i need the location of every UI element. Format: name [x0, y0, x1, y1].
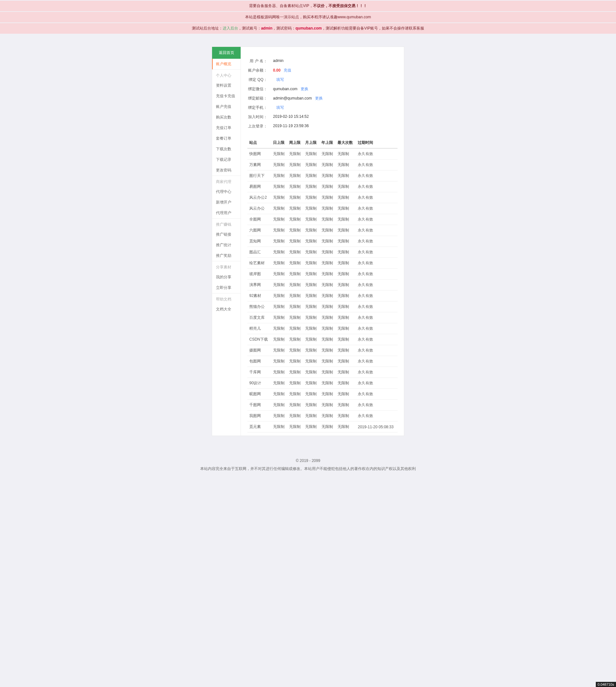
table-cell: 包图网 — [247, 356, 271, 367]
sidebar-item-overview[interactable]: 账户概览 — [212, 59, 241, 69]
table-row: 包图网无限制无限制无限制无限制无限制永久有效 — [247, 356, 397, 367]
table-cell: 无限制 — [303, 301, 319, 313]
table-row: 万素网无限制无限制无限制无限制无限制永久有效 — [247, 159, 397, 170]
table-cell: 无限制 — [287, 345, 303, 356]
table-cell: 无限制 — [271, 356, 287, 367]
table-cell: 无限制 — [336, 269, 356, 280]
sidebar-item[interactable]: 推广奖励 — [212, 251, 241, 261]
sidebar-item[interactable]: 代理中心 — [212, 187, 241, 197]
table-row: 千图网无限制无限制无限制无限制无限制永久有效 — [247, 400, 397, 411]
info-action-link[interactable]: 填写 — [276, 77, 284, 82]
table-row: 六图网无限制无限制无限制无限制无限制永久有效 — [247, 225, 397, 236]
info-label: 绑定微信： — [247, 86, 273, 92]
table-cell: 无限制 — [320, 280, 336, 291]
table-cell: 无限制 — [287, 280, 303, 291]
table-cell: 永久有效 — [356, 203, 397, 214]
table-cell: 无限制 — [287, 247, 303, 258]
sidebar-item[interactable]: 代理用户 — [212, 208, 241, 218]
table-cell: 无限制 — [287, 214, 303, 225]
enter-backend-link[interactable]: 进入后台 — [223, 26, 238, 30]
table-cell: 永久有效 — [356, 323, 397, 334]
table-cell: 无限制 — [320, 400, 336, 411]
alert-warning-2: 本站是模板源码网唯一演示站点，购买本程序请认准趣www.qumuban.com — [0, 12, 616, 22]
table-cell: 无限制 — [271, 203, 287, 214]
sidebar-item[interactable]: 套餐订单 — [212, 133, 241, 144]
sidebar-item[interactable]: 推广链接 — [212, 229, 241, 240]
table-cell: 无限制 — [303, 323, 319, 334]
table-cell: 无限制 — [287, 159, 303, 170]
table-cell: 无限制 — [271, 181, 287, 192]
table-cell: 无限制 — [336, 214, 356, 225]
table-cell: 永久有效 — [356, 258, 397, 269]
table-cell: 无限制 — [271, 422, 287, 432]
info-value: 填写 — [273, 77, 284, 83]
sidebar-item[interactable]: 立即分享 — [212, 282, 241, 293]
table-cell: 无限制 — [320, 170, 336, 181]
table-cell: 无限制 — [287, 203, 303, 214]
table-cell: 无限制 — [320, 334, 336, 345]
copyright: © 2019 - 2099 — [0, 458, 616, 463]
info-label: 用 户 名： — [247, 59, 273, 64]
table-cell: 无限制 — [303, 291, 319, 301]
table-cell: 无限制 — [303, 400, 319, 411]
info-label: 绑定 QQ： — [247, 77, 273, 83]
sidebar-item[interactable]: 我的分享 — [212, 272, 241, 282]
info-action-link[interactable]: 更换 — [315, 96, 323, 101]
info-action-link[interactable]: 填写 — [276, 105, 284, 110]
table-cell: 我图网 — [247, 411, 271, 422]
table-cell: 永久有效 — [356, 367, 397, 378]
table-cell: 无限制 — [271, 345, 287, 356]
table-cell: 无限制 — [303, 356, 319, 367]
sidebar-item[interactable]: 账户充值 — [212, 102, 241, 112]
table-row: 彼岸图无限制无限制无限制无限制无限制永久有效 — [247, 269, 397, 280]
table-cell: 无限制 — [303, 170, 319, 181]
sidebar-item[interactable]: 更改密码 — [212, 165, 241, 176]
table-cell: 昵图网 — [247, 389, 271, 400]
main-content: 用 户 名：admin账户余额：0.00充值绑定 QQ：填写绑定微信：qumub… — [241, 47, 404, 436]
table-cell: 永久有效 — [356, 378, 397, 389]
table-cell: 无限制 — [303, 225, 319, 236]
table-cell: 无限制 — [287, 356, 303, 367]
table-cell: 无限制 — [336, 203, 356, 214]
table-cell: 无限制 — [336, 389, 356, 400]
sidebar-item[interactable]: 新增开户 — [212, 197, 241, 208]
sidebar-item[interactable]: 充值卡充值 — [212, 91, 241, 102]
table-cell: 无限制 — [336, 170, 356, 181]
sidebar-item[interactable]: 下载记录 — [212, 154, 241, 165]
info-action-link[interactable]: 充值 — [284, 68, 291, 72]
table-cell: 演界网 — [247, 280, 271, 291]
info-value: 2019-11-19 23:59:36 — [273, 124, 309, 129]
table-cell: 无限制 — [287, 334, 303, 345]
home-button[interactable]: 返回首页 — [212, 47, 241, 59]
info-label: 绑定邮箱： — [247, 96, 273, 101]
table-cell: 无限制 — [271, 269, 287, 280]
sidebar-item[interactable]: 购买次数 — [212, 112, 241, 123]
sidebar-item[interactable]: 下载次数 — [212, 144, 241, 154]
table-header: 周上限 — [287, 137, 303, 148]
table-cell: 永久有效 — [356, 345, 397, 356]
table-cell: 永久有效 — [356, 214, 397, 225]
table-cell: 无限制 — [271, 258, 287, 269]
table-cell: 无限制 — [320, 181, 336, 192]
sidebar-item[interactable]: 推广统计 — [212, 240, 241, 251]
vip-table: 站点日上限周上限月上限年上限最大次数过期时间 快图网无限制无限制无限制无限制无限… — [247, 137, 397, 432]
table-cell: 无限制 — [303, 334, 319, 345]
table-cell: 无限制 — [287, 225, 303, 236]
info-label: 账户余额： — [247, 68, 273, 73]
table-row: 觅元素无限制无限制无限制无限制无限制2019-11-20 05:08:33 — [247, 422, 397, 432]
info-action-link[interactable]: 更换 — [301, 87, 308, 91]
table-cell: 无限制 — [320, 291, 336, 301]
table-cell: 风云办公2 — [247, 192, 271, 203]
table-cell: 无限制 — [287, 389, 303, 400]
info-label: 加入时间： — [247, 114, 273, 120]
table-cell: 无限制 — [320, 214, 336, 225]
sidebar-item[interactable]: 文档大全 — [212, 304, 241, 315]
info-row: 上次登录：2019-11-19 23:59:36 — [247, 122, 397, 131]
table-cell: 无限制 — [271, 378, 287, 389]
footer-note: 本站内容完全来自于互联网，并不对其进行任何编辑或修改。本站用户不能侵犯包括他人的… — [0, 466, 616, 472]
table-cell: 永久有效 — [356, 334, 397, 345]
sidebar-item[interactable]: 充值订单 — [212, 123, 241, 133]
table-cell: 2019-11-20 05:08:33 — [356, 422, 397, 432]
info-row: 账户余额：0.00充值 — [247, 66, 397, 75]
sidebar-item[interactable]: 资料设置 — [212, 80, 241, 91]
